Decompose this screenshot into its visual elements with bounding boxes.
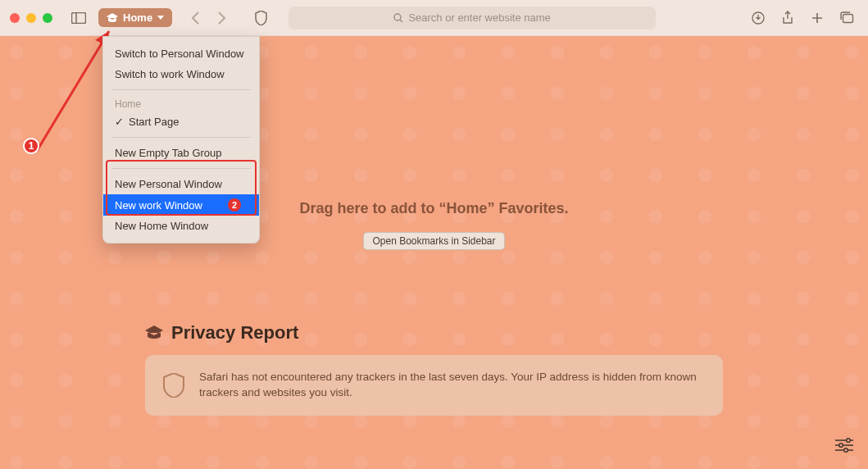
share-button[interactable] [776,7,799,30]
fullscreen-window-button[interactable] [43,13,52,23]
sidebar-icon [71,12,86,24]
downloads-button[interactable] [747,7,770,30]
svg-point-8 [847,439,851,443]
search-icon [393,13,403,23]
menu-new-personal-window[interactable]: New Personal Window [103,174,259,194]
chevron-left-icon [191,11,200,25]
menu-new-work-window[interactable]: New work Window 2 [103,194,259,216]
menu-start-page-label: Start Page [129,116,179,128]
privacy-report-title: Privacy Report [171,322,298,344]
close-window-button[interactable] [10,13,20,23]
menu-divider [111,137,251,138]
window-controls [10,13,52,23]
menu-divider [111,89,251,90]
new-tab-button[interactable] [806,7,829,30]
svg-point-2 [394,14,401,20]
menu-divider [111,168,251,169]
customize-page-button[interactable] [832,433,857,458]
annotation-marker-1: 1 [23,138,39,154]
menu-new-home-window[interactable]: New Home Window [103,216,259,236]
menu-new-work-label: New work Window [115,199,202,212]
annotation-badge-2: 2 [228,198,241,212]
tab-group-label: Home [123,11,152,24]
shield-icon [255,11,267,25]
menu-switch-personal[interactable]: Switch to Personal Window [103,43,259,64]
tab-group-dropdown[interactable]: Home [98,8,172,27]
browser-toolbar: Home Search or enter website name [0,0,868,36]
tab-group-menu: Switch to Personal Window Switch to work… [102,36,260,244]
open-bookmarks-button[interactable]: Open Bookmarks in Sidebar [363,232,504,250]
graduation-cap-icon [145,326,163,340]
graduation-cap-icon [107,13,118,23]
svg-line-3 [400,20,402,22]
privacy-shield-button[interactable] [249,7,272,30]
plus-icon [811,11,824,25]
forward-button[interactable] [210,7,233,30]
shield-icon [163,373,184,398]
tab-overview-button[interactable] [835,7,858,30]
check-icon: ✓ [115,116,124,128]
svg-point-10 [839,444,843,448]
toggle-sidebar-button[interactable] [67,7,90,30]
share-icon [782,11,793,25]
minimize-window-button[interactable] [26,13,36,23]
menu-start-page[interactable]: ✓ Start Page [103,112,259,132]
svg-point-12 [844,449,848,453]
tabs-overview-icon [840,11,854,24]
download-icon [752,11,765,25]
privacy-report-text: Safari has not encountered any trackers … [199,370,705,401]
address-search-field[interactable]: Search or enter website name [289,7,656,30]
svg-rect-5 [843,15,852,23]
menu-switch-work[interactable]: Switch to work Window [103,64,259,84]
sliders-icon [835,438,853,453]
chevron-right-icon [217,11,226,25]
back-button[interactable] [184,7,207,30]
search-placeholder: Search or enter website name [408,11,550,24]
privacy-report-card: Safari has not encountered any trackers … [145,355,723,416]
menu-section-label: Home [103,95,259,112]
svg-rect-0 [72,12,86,23]
menu-new-empty-group[interactable]: New Empty Tab Group [103,143,259,163]
privacy-report-header: Privacy Report [145,322,723,344]
chevron-down-icon [157,16,164,20]
